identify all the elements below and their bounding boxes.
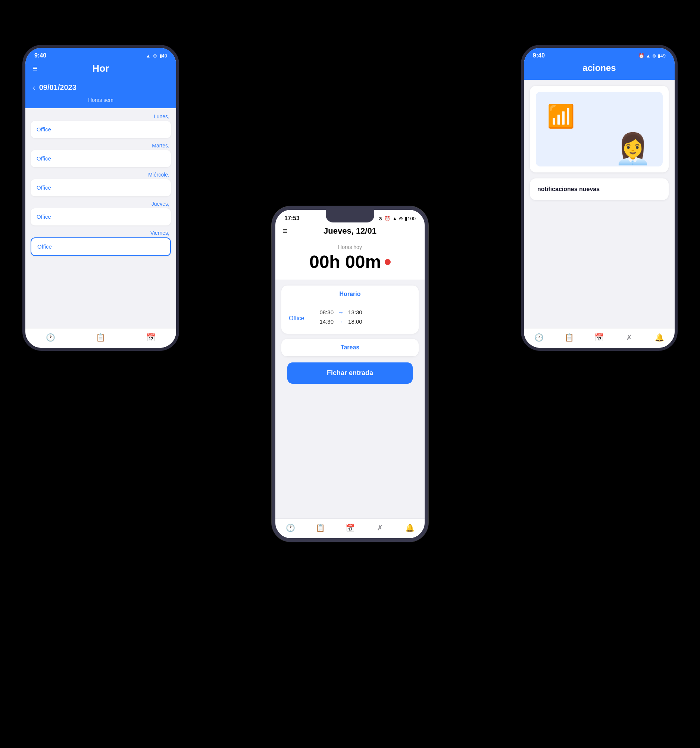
notif-illustration: 📶 👩‍💼 — [536, 92, 663, 166]
big-time-text: 00h 00m — [309, 252, 381, 272]
day-card-miercoles[interactable]: Office — [30, 179, 171, 196]
notif-title: notificaciones nuevas — [537, 186, 661, 193]
day-block-lunes: Lunes, Office — [30, 114, 171, 138]
center-nav-clock[interactable]: 🕐 — [285, 523, 296, 533]
right-status-bar: 9:40 ⏰ ▲ ⊛ ▮49 — [524, 48, 675, 59]
day-label-viernes: Viernes, — [30, 230, 171, 236]
day-card-viernes[interactable]: Office — [30, 237, 171, 256]
center-signal: ▲ — [392, 216, 397, 221]
left-date-nav: ‹ 09/01/2023 — [25, 81, 176, 97]
left-time: 9:40 — [34, 52, 46, 59]
arrow-2: → — [338, 318, 344, 325]
center-nav-x[interactable]: ✗ — [375, 523, 385, 533]
phone-right: 9:40 ⏰ ▲ ⊛ ▮49 aciones 📶 👩‍💼 notificacio… — [521, 45, 677, 351]
big-time-display: 00h 00m — [283, 252, 417, 272]
schedule-location: Office — [281, 303, 312, 334]
tareas-header-text: Tareas — [341, 344, 359, 351]
left-hours-label: Horas sem — [25, 97, 176, 108]
right-body: 📶 👩‍💼 notificaciones nuevas — [524, 80, 675, 206]
center-nav-bell[interactable]: 🔔 — [404, 523, 415, 533]
right-title: aciones — [583, 63, 616, 73]
right-nav-clock[interactable]: 🕐 — [534, 332, 544, 343]
day-card-lunes[interactable]: Office — [30, 121, 171, 138]
tareas-header: Tareas — [281, 339, 419, 356]
right-bottom-nav: 🕐 📋 📅 ✗ 🔔 — [524, 328, 675, 348]
tareas-card: Tareas — [281, 339, 419, 356]
day-card-jueves[interactable]: Office — [30, 208, 171, 225]
left-status-bar: 9:40 ▲ ⊛ ▮49 — [25, 48, 176, 59]
center-alarm: ⏰ — [384, 216, 390, 221]
back-arrow[interactable]: ‹ — [33, 83, 35, 92]
day-card-martes[interactable]: Office — [30, 150, 171, 167]
center-nav-calendar[interactable]: 📅 — [345, 523, 355, 533]
day-label-jueves: Jueves, — [30, 201, 171, 207]
center-bottom-nav: 🕐 📋 📅 ✗ 🔔 — [275, 518, 425, 538]
nav-calendar[interactable]: 📅 — [146, 332, 156, 343]
day-label-martes: Martes, — [30, 143, 171, 149]
day-label-lunes: Lunes, — [30, 114, 171, 119]
start-time-1: 08:30 — [320, 309, 334, 315]
time-row-2: 14:30 → 18:00 — [320, 318, 411, 325]
end-time-1: 13:30 — [348, 309, 362, 315]
center-battery: ▮100 — [405, 216, 416, 221]
office-jueves: Office — [36, 213, 51, 220]
center-menu-icon[interactable]: ≡ — [283, 226, 288, 236]
center-title: Jueves, 12/01 — [323, 226, 377, 236]
right-status-icons: ⏰ ▲ ⊛ ▮49 — [638, 53, 666, 59]
notch — [326, 210, 374, 222]
schedule-card: Horario Office 08:30 → 13:30 14:30 — [281, 286, 419, 334]
phone-center: 17:53 ⊘ ⏰ ▲ ⊛ ▮100 ≡ Jueves, 12/01 Horas… — [272, 206, 428, 542]
right-wifi-icon: ⊛ — [652, 53, 656, 59]
day-label-miercoles: Miércole, — [30, 172, 171, 178]
left-date: 09/01/2023 — [39, 83, 76, 92]
scene: 9:40 ▲ ⊛ ▮49 ≡ Hor ‹ 09/01/2023 Horas se… — [0, 0, 700, 748]
start-time-2: 14:30 — [320, 318, 334, 325]
notif-figure: 👩‍💼 — [614, 131, 651, 166]
notification-card-2: notificaciones nuevas — [530, 178, 669, 200]
right-nav-bell[interactable]: 🔔 — [654, 332, 665, 343]
notif-wifi-icon: 📶 — [547, 103, 575, 129]
day-block-martes: Martes, Office — [30, 143, 171, 167]
right-signal-icon: ▲ — [646, 53, 651, 59]
schedule-location-text: Office — [289, 315, 304, 322]
day-block-miercoles: Miércole, Office — [30, 172, 171, 196]
center-status-icons: ⊘ ⏰ ▲ ⊛ ▮100 — [378, 216, 416, 221]
recording-dot — [385, 259, 391, 265]
signal-icon: ▲ — [146, 53, 151, 59]
center-time: 17:53 — [284, 215, 300, 222]
center-nav-list[interactable]: 📋 — [315, 523, 325, 533]
right-battery-icon: ▮49 — [658, 53, 666, 59]
fichar-entrada-button[interactable]: Fichar entrada — [287, 362, 413, 384]
time-row-1: 08:30 → 13:30 — [320, 309, 411, 315]
phone-left: 9:40 ▲ ⊛ ▮49 ≡ Hor ‹ 09/01/2023 Horas se… — [23, 45, 179, 351]
day-block-viernes: Viernes, Office — [30, 230, 171, 256]
center-wifi: ⊛ — [399, 216, 403, 221]
center-no-signal: ⊘ — [378, 216, 383, 221]
right-nav-calendar[interactable]: 📅 — [594, 332, 604, 343]
nav-list[interactable]: 📋 — [96, 332, 106, 343]
notification-card-1: 📶 👩‍💼 — [530, 86, 669, 172]
arrow-1: → — [338, 309, 344, 315]
left-title: Hor — [93, 63, 109, 74]
end-time-2: 18:00 — [348, 318, 362, 325]
schedule-times: 08:30 → 13:30 14:30 → 18:00 — [312, 303, 419, 334]
left-menu-icon[interactable]: ≡ — [33, 64, 38, 73]
right-nav-x[interactable]: ✗ — [624, 332, 635, 343]
right-nav-list[interactable]: 📋 — [564, 332, 574, 343]
right-time: 9:40 — [533, 52, 545, 59]
nav-clock[interactable]: 🕐 — [45, 332, 56, 343]
schedule-header: Horario — [281, 286, 419, 303]
schedule-header-text: Horario — [340, 291, 361, 297]
horas-hoy-label: Horas hoy — [283, 244, 417, 250]
center-time-section: Horas hoy 00h 00m — [275, 241, 425, 280]
left-body: Lunes, Office Martes, Office Miércole, O… — [25, 108, 176, 266]
center-content-area: Horario Office 08:30 → 13:30 14:30 — [275, 280, 425, 390]
office-miercoles: Office — [36, 184, 51, 191]
wifi-icon: ⊛ — [153, 53, 157, 59]
right-top-bar: aciones — [524, 59, 675, 80]
schedule-body: Office 08:30 → 13:30 14:30 → 18:00 — [281, 303, 419, 334]
office-lunes: Office — [36, 126, 51, 132]
battery-icon: ▮49 — [159, 53, 167, 59]
day-block-jueves: Jueves, Office — [30, 201, 171, 225]
center-top-bar: ≡ Jueves, 12/01 — [275, 224, 425, 241]
